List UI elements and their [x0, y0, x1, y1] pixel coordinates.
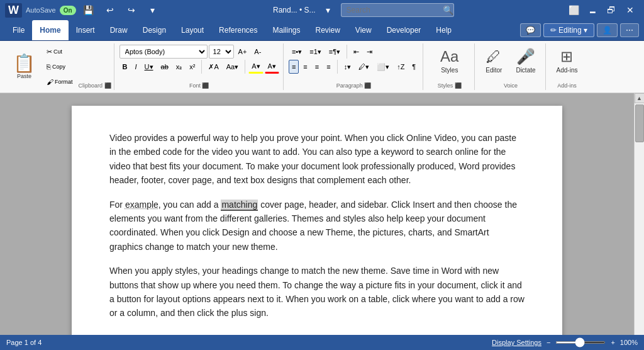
tab-draw[interactable]: Draw: [103, 20, 135, 40]
zoom-minus-button[interactable]: −: [547, 339, 550, 346]
paragraph-1: Video provides a powerful way to help yo…: [109, 131, 525, 188]
word-example: example: [125, 200, 158, 210]
editor-label: Editor: [486, 67, 502, 74]
title-bar-center: Rand... • S... ▾ 🔍: [162, 1, 565, 19]
format-painter-button[interactable]: 🖌 Format: [43, 75, 76, 89]
multilevel-list-button[interactable]: ≡¶▾: [326, 45, 343, 59]
status-bar-right: Display Settings − + 100%: [492, 339, 638, 346]
paragraph-2: For example, you can add a matching cove…: [109, 198, 525, 254]
word-logo-icon: W: [5, 3, 22, 18]
font-size-select[interactable]: 12 10 11 14 16: [209, 45, 234, 59]
borders-button[interactable]: ⬜▾: [374, 60, 392, 74]
title-bar-left: W AutoSave On 💾 ↩ ↪ ▾: [5, 1, 162, 19]
paragraph-group-label: Paragraph ⬛: [289, 81, 419, 89]
more-options-button[interactable]: ⋯: [620, 23, 639, 37]
editor-icon: 🖊: [486, 48, 501, 65]
shading-button[interactable]: 🖊▾: [355, 60, 372, 74]
redo-button[interactable]: ↪: [123, 1, 140, 19]
document-outer: Video provides a powerful way to help yo…: [0, 93, 644, 350]
tab-review[interactable]: Review: [308, 20, 348, 40]
show-hide-button[interactable]: ¶: [409, 60, 419, 74]
addins-icon: ⊞: [560, 48, 573, 65]
ribbon-display-icon[interactable]: ⬜: [565, 1, 582, 19]
ribbon-tabs: File Home Insert Draw Design Layout Refe…: [0, 20, 644, 40]
addins-group: ⊞ Add-ins Add-ins: [547, 43, 587, 90]
title-bar-right: ⬜ 🗕 🗗 ✕: [565, 1, 639, 19]
ribbon-content: 📋 Paste ✂ Cut ⎘ Copy 🖌 Format Clipboard …: [0, 41, 644, 93]
bold-button[interactable]: B: [119, 60, 131, 74]
styles-button[interactable]: Aa Styles: [435, 45, 464, 77]
change-case-button[interactable]: Aa▾: [223, 60, 242, 74]
tab-design[interactable]: Design: [135, 20, 174, 40]
tab-layout[interactable]: Layout: [174, 20, 211, 40]
bullets-button[interactable]: ≡•▾: [289, 45, 305, 59]
editor-button[interactable]: 🖊 Editor: [480, 45, 508, 77]
editing-mode-button[interactable]: ✏ Editing ▾: [543, 23, 594, 37]
clear-format-button[interactable]: ✗A: [205, 60, 221, 74]
clipboard-label: Clipboard ⬛: [79, 82, 111, 89]
zoom-slider[interactable]: [555, 341, 606, 344]
font-group: Aptos (Body) 12 10 11 14 16 A+ A- B I U▾…: [116, 43, 284, 90]
scroll-up-button[interactable]: ▲: [635, 93, 645, 103]
paste-button[interactable]: 📋 Paste: [8, 52, 41, 82]
underline-button[interactable]: U▾: [142, 60, 157, 74]
align-center-button[interactable]: ≡: [300, 60, 310, 74]
subscript-button[interactable]: x₂: [173, 60, 186, 74]
cut-button[interactable]: ✂ Cut: [43, 45, 76, 59]
scroll-thumb[interactable]: [635, 104, 644, 142]
search-icon: 🔍: [443, 5, 453, 15]
document-title: Rand... • S...: [273, 6, 316, 14]
tab-references[interactable]: References: [211, 20, 265, 40]
justify-button[interactable]: ≡: [323, 60, 333, 74]
styles-label: Styles: [441, 67, 458, 74]
zoom-plus-button[interactable]: +: [611, 339, 614, 346]
title-dropdown-button[interactable]: ▾: [319, 1, 337, 19]
undo-button[interactable]: ↩: [101, 1, 119, 19]
tab-view[interactable]: View: [348, 20, 379, 40]
restore-button[interactable]: 🗗: [602, 1, 620, 19]
search-input[interactable]: [341, 3, 454, 17]
display-settings-button[interactable]: Display Settings: [492, 339, 541, 346]
tab-developer[interactable]: Developer: [379, 20, 429, 40]
tab-mailings[interactable]: Mailings: [265, 20, 308, 40]
customize-toolbar-button[interactable]: ▾: [144, 1, 162, 19]
dictate-button[interactable]: 🎤 Dictate: [510, 45, 541, 77]
strikethrough-button[interactable]: ab: [158, 60, 172, 74]
document-scroll-area[interactable]: Video provides a powerful way to help yo…: [0, 93, 634, 350]
tab-file[interactable]: File: [5, 20, 32, 40]
minimize-button[interactable]: 🗕: [584, 1, 601, 19]
line-spacing-button[interactable]: ↕▾: [341, 60, 355, 74]
paragraph-3: When you apply styles, your headings cha…: [109, 264, 525, 320]
addins-button[interactable]: ⊞ Add-ins: [551, 45, 584, 77]
save-button[interactable]: 💾: [80, 1, 97, 19]
copy-button[interactable]: ⎘ Copy: [43, 60, 76, 74]
increase-indent-button[interactable]: ⇥: [364, 45, 375, 59]
comment-button[interactable]: 💬: [520, 23, 541, 37]
word-matching: matching: [221, 200, 258, 211]
clipboard-group: 📋 Paste ✂ Cut ⎘ Copy 🖌 Format Clipboard …: [5, 43, 114, 90]
decrease-font-button[interactable]: A-: [251, 45, 264, 59]
numbering-button[interactable]: ≡1▾: [306, 45, 325, 59]
styles-group-label: Styles ⬛: [428, 81, 470, 89]
close-button[interactable]: ✕: [621, 1, 639, 19]
tab-home[interactable]: Home: [32, 20, 68, 40]
autosave-toggle[interactable]: On: [60, 6, 76, 15]
share-button[interactable]: 👤: [597, 23, 618, 37]
paste-icon: 📋: [13, 55, 35, 72]
font-color-button[interactable]: A▾: [265, 60, 279, 74]
tab-help[interactable]: Help: [428, 20, 459, 40]
paste-label: Paste: [17, 73, 31, 79]
vertical-scrollbar[interactable]: ▲ ▼: [634, 93, 644, 350]
tab-insert[interactable]: Insert: [69, 20, 103, 40]
font-family-select[interactable]: Aptos (Body): [119, 45, 208, 59]
decrease-indent-button[interactable]: ⇤: [350, 45, 362, 59]
sort-button[interactable]: ↑Z: [394, 60, 408, 74]
align-right-button[interactable]: ≡: [312, 60, 322, 74]
superscript-button[interactable]: x²: [186, 60, 198, 74]
align-left-button[interactable]: ≡: [289, 60, 299, 74]
font-group-label: Font ⬛: [119, 81, 279, 89]
highlight-color-button[interactable]: A▾: [248, 60, 263, 74]
status-bar: Page 1 of 4 Display Settings − + 100%: [0, 335, 644, 350]
italic-button[interactable]: I: [132, 60, 140, 74]
increase-font-button[interactable]: A+: [235, 45, 250, 59]
